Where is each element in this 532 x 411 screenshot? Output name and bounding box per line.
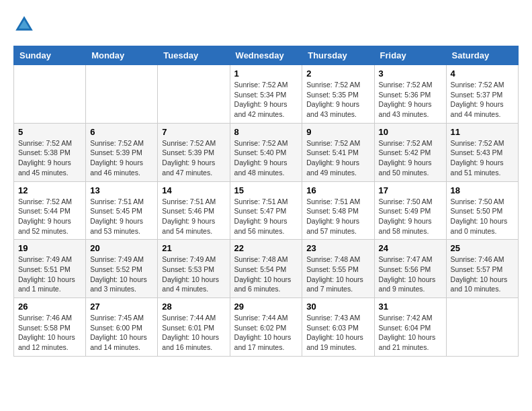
day-info: Sunrise: 7:52 AMSunset: 5:34 PMDaylight:… <box>234 80 298 120</box>
day-number: 8 <box>234 127 298 137</box>
day-number: 19 <box>18 243 81 253</box>
day-info: Sunrise: 7:48 AMSunset: 5:54 PMDaylight:… <box>234 255 298 294</box>
day-number: 11 <box>451 127 514 137</box>
day-number: 30 <box>306 302 369 312</box>
day-number: 28 <box>162 302 225 312</box>
calendar-day-cell: 11Sunrise: 7:52 AMSunset: 5:43 PMDayligh… <box>446 123 518 181</box>
calendar-day-cell: 16Sunrise: 7:51 AMSunset: 5:48 PMDayligh… <box>302 181 374 240</box>
day-info: Sunrise: 7:49 AMSunset: 5:52 PMDaylight:… <box>90 255 153 294</box>
day-info: Sunrise: 7:52 AMSunset: 5:35 PMDaylight:… <box>306 80 369 120</box>
calendar-day-cell: 15Sunrise: 7:51 AMSunset: 5:47 PMDayligh… <box>230 181 302 240</box>
weekday-header: Wednesday <box>230 46 302 65</box>
day-number: 7 <box>162 127 225 137</box>
page-header <box>13 13 519 35</box>
calendar-day-cell: 25Sunrise: 7:46 AMSunset: 5:57 PMDayligh… <box>446 240 518 298</box>
day-info: Sunrise: 7:51 AMSunset: 5:48 PMDaylight:… <box>306 197 369 236</box>
day-info: Sunrise: 7:51 AMSunset: 5:47 PMDaylight:… <box>234 197 298 236</box>
weekday-header: Monday <box>86 46 158 65</box>
day-info: Sunrise: 7:44 AMSunset: 6:01 PMDaylight:… <box>162 313 225 353</box>
calendar-day-cell <box>14 65 86 124</box>
weekday-header: Tuesday <box>158 46 230 65</box>
day-info: Sunrise: 7:51 AMSunset: 5:45 PMDaylight:… <box>90 197 153 236</box>
day-info: Sunrise: 7:51 AMSunset: 5:46 PMDaylight:… <box>162 197 225 236</box>
day-number: 27 <box>90 302 153 312</box>
calendar-day-cell: 19Sunrise: 7:49 AMSunset: 5:51 PMDayligh… <box>14 240 86 298</box>
day-number: 15 <box>234 185 298 195</box>
calendar-day-cell: 30Sunrise: 7:43 AMSunset: 6:03 PMDayligh… <box>302 298 374 357</box>
day-info: Sunrise: 7:46 AMSunset: 5:57 PMDaylight:… <box>451 255 514 294</box>
calendar-day-cell: 12Sunrise: 7:52 AMSunset: 5:44 PMDayligh… <box>14 181 86 240</box>
day-number: 3 <box>379 68 442 79</box>
day-info: Sunrise: 7:49 AMSunset: 5:51 PMDaylight:… <box>18 255 81 294</box>
day-info: Sunrise: 7:42 AMSunset: 6:04 PMDaylight:… <box>379 313 442 353</box>
day-number: 5 <box>18 127 81 137</box>
calendar-day-cell: 10Sunrise: 7:52 AMSunset: 5:42 PMDayligh… <box>374 123 446 181</box>
day-info: Sunrise: 7:47 AMSunset: 5:56 PMDaylight:… <box>379 255 442 294</box>
calendar-week-row: 1Sunrise: 7:52 AMSunset: 5:34 PMDaylight… <box>14 65 519 124</box>
day-number: 29 <box>234 302 298 312</box>
day-info: Sunrise: 7:48 AMSunset: 5:55 PMDaylight:… <box>306 255 369 294</box>
calendar-day-cell: 1Sunrise: 7:52 AMSunset: 5:34 PMDaylight… <box>230 65 302 124</box>
calendar-day-cell: 21Sunrise: 7:49 AMSunset: 5:53 PMDayligh… <box>158 240 230 298</box>
day-number: 22 <box>234 243 298 253</box>
day-number: 23 <box>306 243 369 253</box>
calendar-day-cell: 27Sunrise: 7:45 AMSunset: 6:00 PMDayligh… <box>86 298 158 357</box>
calendar-day-cell: 7Sunrise: 7:52 AMSunset: 5:39 PMDaylight… <box>158 123 230 181</box>
day-info: Sunrise: 7:49 AMSunset: 5:53 PMDaylight:… <box>162 255 225 294</box>
day-info: Sunrise: 7:52 AMSunset: 5:42 PMDaylight:… <box>379 138 442 178</box>
day-info: Sunrise: 7:45 AMSunset: 6:00 PMDaylight:… <box>90 313 153 353</box>
day-number: 4 <box>451 68 514 79</box>
calendar-day-cell: 17Sunrise: 7:50 AMSunset: 5:49 PMDayligh… <box>374 181 446 240</box>
day-number: 16 <box>306 185 369 195</box>
day-number: 2 <box>306 68 369 79</box>
calendar-day-cell: 22Sunrise: 7:48 AMSunset: 5:54 PMDayligh… <box>230 240 302 298</box>
day-number: 18 <box>451 185 514 195</box>
calendar-day-cell: 31Sunrise: 7:42 AMSunset: 6:04 PMDayligh… <box>374 298 446 357</box>
calendar-day-cell: 4Sunrise: 7:52 AMSunset: 5:37 PMDaylight… <box>446 65 518 124</box>
logo <box>13 13 38 35</box>
calendar-day-cell: 13Sunrise: 7:51 AMSunset: 5:45 PMDayligh… <box>86 181 158 240</box>
weekday-header: Saturday <box>446 46 518 65</box>
day-number: 6 <box>90 127 153 137</box>
day-info: Sunrise: 7:50 AMSunset: 5:49 PMDaylight:… <box>379 197 442 236</box>
calendar-day-cell <box>86 65 158 124</box>
day-number: 20 <box>90 243 153 253</box>
day-info: Sunrise: 7:44 AMSunset: 6:02 PMDaylight:… <box>234 313 298 353</box>
day-number: 1 <box>234 68 298 79</box>
calendar-day-cell: 23Sunrise: 7:48 AMSunset: 5:55 PMDayligh… <box>302 240 374 298</box>
day-info: Sunrise: 7:52 AMSunset: 5:39 PMDaylight:… <box>90 138 153 178</box>
day-info: Sunrise: 7:46 AMSunset: 5:58 PMDaylight:… <box>18 313 81 353</box>
day-number: 10 <box>379 127 442 137</box>
calendar-day-cell <box>158 65 230 124</box>
calendar: SundayMondayTuesdayWednesdayThursdayFrid… <box>13 46 519 357</box>
day-info: Sunrise: 7:43 AMSunset: 6:03 PMDaylight:… <box>306 313 369 353</box>
logo-icon <box>13 13 35 35</box>
day-number: 21 <box>162 243 225 253</box>
calendar-week-row: 26Sunrise: 7:46 AMSunset: 5:58 PMDayligh… <box>14 298 519 357</box>
calendar-day-cell: 24Sunrise: 7:47 AMSunset: 5:56 PMDayligh… <box>374 240 446 298</box>
day-number: 31 <box>379 302 442 312</box>
calendar-day-cell: 20Sunrise: 7:49 AMSunset: 5:52 PMDayligh… <box>86 240 158 298</box>
calendar-day-cell: 6Sunrise: 7:52 AMSunset: 5:39 PMDaylight… <box>86 123 158 181</box>
calendar-day-cell: 2Sunrise: 7:52 AMSunset: 5:35 PMDaylight… <box>302 65 374 124</box>
day-info: Sunrise: 7:52 AMSunset: 5:41 PMDaylight:… <box>306 138 369 178</box>
calendar-day-cell: 26Sunrise: 7:46 AMSunset: 5:58 PMDayligh… <box>14 298 86 357</box>
day-info: Sunrise: 7:52 AMSunset: 5:40 PMDaylight:… <box>234 138 298 178</box>
day-number: 24 <box>379 243 442 253</box>
calendar-day-cell: 28Sunrise: 7:44 AMSunset: 6:01 PMDayligh… <box>158 298 230 357</box>
weekday-header: Thursday <box>302 46 374 65</box>
day-number: 12 <box>18 185 81 195</box>
calendar-day-cell: 18Sunrise: 7:50 AMSunset: 5:50 PMDayligh… <box>446 181 518 240</box>
calendar-day-cell: 8Sunrise: 7:52 AMSunset: 5:40 PMDaylight… <box>230 123 302 181</box>
day-number: 13 <box>90 185 153 195</box>
calendar-day-cell <box>446 298 518 357</box>
day-number: 17 <box>379 185 442 195</box>
day-info: Sunrise: 7:52 AMSunset: 5:44 PMDaylight:… <box>18 197 81 236</box>
calendar-day-cell: 3Sunrise: 7:52 AMSunset: 5:36 PMDaylight… <box>374 65 446 124</box>
calendar-week-row: 5Sunrise: 7:52 AMSunset: 5:38 PMDaylight… <box>14 123 519 181</box>
day-info: Sunrise: 7:52 AMSunset: 5:36 PMDaylight:… <box>379 80 442 120</box>
day-info: Sunrise: 7:52 AMSunset: 5:37 PMDaylight:… <box>451 80 514 120</box>
calendar-day-cell: 29Sunrise: 7:44 AMSunset: 6:02 PMDayligh… <box>230 298 302 357</box>
calendar-day-cell: 9Sunrise: 7:52 AMSunset: 5:41 PMDaylight… <box>302 123 374 181</box>
day-info: Sunrise: 7:52 AMSunset: 5:43 PMDaylight:… <box>451 138 514 178</box>
